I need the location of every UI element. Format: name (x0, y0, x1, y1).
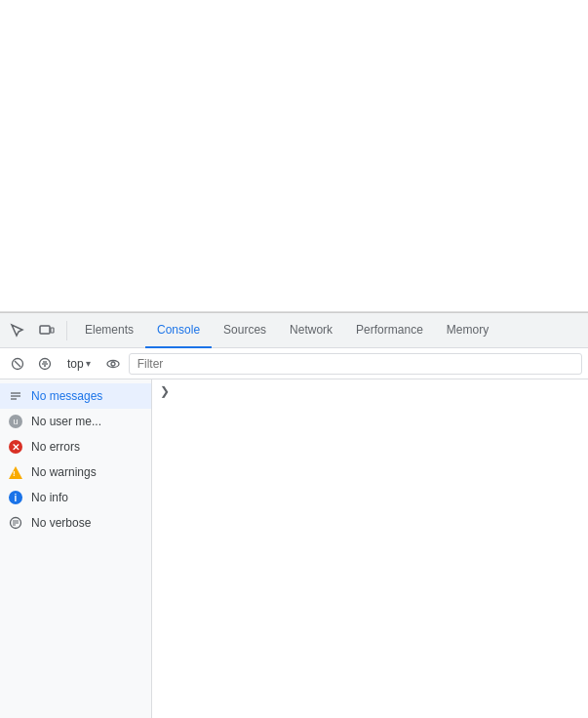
execution-context-dropdown[interactable]: top ▾ (60, 354, 98, 374)
tab-sources[interactable]: Sources (212, 313, 278, 348)
info-icon: i (8, 490, 23, 505)
svg-rect-0 (40, 326, 50, 334)
filter-label-user: No user me... (31, 415, 101, 428)
clear-console-icon[interactable] (6, 352, 29, 376)
devtools-content-area: No messages u No user me... ✕ No errors (0, 379, 588, 718)
inspect-element-icon[interactable] (4, 317, 31, 344)
execution-context-label: top (67, 357, 84, 371)
filter-item-user[interactable]: u No user me... (0, 409, 151, 434)
console-filter-input[interactable] (129, 353, 582, 375)
console-controls-bar: top ▾ (0, 348, 588, 379)
filter-item-messages[interactable]: No messages (0, 383, 151, 409)
filter-label-info: No info (31, 491, 68, 504)
devtools-tabs: Elements Console Sources Network Perform… (73, 313, 584, 348)
browser-viewport (0, 0, 588, 312)
tab-network[interactable]: Network (278, 313, 344, 348)
devtools-tab-bar: Elements Console Sources Network Perform… (0, 313, 588, 348)
filter-item-verbose[interactable]: No verbose (0, 510, 151, 536)
tab-elements[interactable]: Elements (73, 313, 145, 348)
svg-line-3 (15, 361, 20, 367)
filter-label-errors: No errors (31, 440, 80, 454)
console-chevron-icon[interactable]: ❯ (156, 380, 174, 402)
tab-memory[interactable]: Memory (435, 313, 500, 348)
filter-item-errors[interactable]: ✕ No errors (0, 434, 151, 459)
filter-label-warnings: No warnings (31, 465, 97, 479)
user-messages-icon: u (8, 414, 23, 429)
filter-item-warnings[interactable]: No warnings (0, 459, 151, 485)
live-expressions-icon[interactable] (101, 352, 125, 376)
verbose-icon (8, 515, 23, 531)
svg-rect-1 (51, 328, 54, 333)
filter-item-info[interactable]: i No info (0, 485, 151, 510)
devtools-panel: Elements Console Sources Network Perform… (0, 312, 588, 718)
device-toolbar-icon[interactable] (33, 317, 60, 344)
filter-label-messages: No messages (31, 389, 102, 403)
filter-icon[interactable] (33, 352, 57, 376)
error-icon: ✕ (8, 439, 23, 455)
console-filter-sidebar: No messages u No user me... ✕ No errors (0, 379, 152, 718)
tab-performance[interactable]: Performance (344, 313, 435, 348)
warning-icon (8, 464, 23, 480)
chevron-down-icon: ▾ (86, 358, 91, 369)
tab-console[interactable]: Console (145, 313, 212, 348)
toolbar-divider (66, 321, 67, 340)
svg-point-9 (111, 362, 115, 366)
filter-label-verbose: No verbose (31, 516, 91, 530)
messages-icon (8, 388, 23, 404)
console-output-area: ❯ (152, 379, 588, 718)
